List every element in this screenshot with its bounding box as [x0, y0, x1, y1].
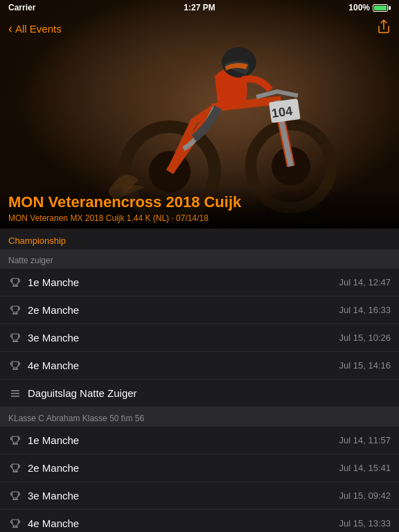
lines-icon	[10, 388, 21, 399]
event-subtitle: MON Veteranen MX 2018 Cuijk 1.44 K (NL) …	[8, 213, 391, 223]
item-label: 4e Manche	[28, 517, 334, 529]
battery-percent: 100%	[348, 3, 370, 12]
chevron-left-icon: ‹	[8, 22, 12, 35]
event-title: MON Veteranencross 2018 Cuijk	[8, 193, 391, 211]
item-icon	[8, 360, 22, 371]
svg-text:104: 104	[271, 104, 294, 121]
item-date: Jul 14, 12:47	[339, 277, 391, 287]
trophy-icon	[10, 332, 21, 344]
item-label: 1e Manche	[28, 276, 334, 288]
item-date: Jul 15, 13:33	[339, 518, 391, 529]
item-icon	[8, 332, 22, 344]
list-item[interactable]: 1e Manche Jul 14, 12:47	[0, 269, 399, 296]
list-item[interactable]: 4e Manche Jul 15, 13:33	[0, 510, 399, 532]
list-item[interactable]: 3e Manche Jul 15, 09:42	[0, 482, 399, 510]
item-icon	[8, 277, 22, 288]
item-label: Daguitslag Natte Zuiger	[28, 387, 391, 399]
list-item[interactable]: 2e Manche Jul 14, 15:41	[0, 454, 399, 482]
trophy-icon	[10, 490, 21, 502]
trophy-icon	[10, 463, 21, 474]
list-item[interactable]: 4e Manche Jul 15, 14:16	[0, 352, 399, 380]
trophy-icon	[10, 305, 21, 316]
item-icon	[8, 490, 22, 502]
content-list: ChampionshipNatte zuiger 1e Manche Jul 1…	[0, 229, 399, 532]
item-date: Jul 14, 11:57	[339, 435, 391, 445]
trophy-icon	[10, 435, 21, 446]
category-name: Natte zuiger	[8, 256, 53, 265]
item-label: 2e Manche	[28, 304, 334, 316]
list-item[interactable]: Daguitslag Natte Zuiger	[0, 380, 399, 407]
status-right: 100%	[348, 3, 391, 12]
list-item[interactable]: 2e Manche Jul 14, 16:33	[0, 296, 399, 324]
trophy-icon	[10, 360, 21, 371]
item-icon	[8, 463, 22, 474]
trophy-icon	[10, 518, 21, 529]
event-title-overlay: MON Veteranencross 2018 Cuijk MON Vetera…	[0, 186, 399, 229]
item-icon	[8, 305, 22, 316]
share-icon	[377, 19, 391, 35]
item-label: 4e Manche	[28, 360, 334, 371]
item-icon	[8, 435, 22, 446]
item-date: Jul 14, 15:41	[339, 463, 391, 473]
item-date: Jul 15, 10:26	[339, 332, 391, 343]
section-header-championship: Championship	[0, 229, 399, 249]
battery-icon	[373, 4, 391, 12]
item-icon	[8, 518, 22, 529]
nav-bar: ‹ All Events	[0, 15, 399, 42]
item-date: Jul 14, 16:33	[339, 305, 391, 315]
back-button[interactable]: ‹ All Events	[8, 23, 62, 35]
category-name: KLasse C Abraham Klasse 50 t\m 56	[8, 414, 144, 423]
item-label: 2e Manche	[28, 462, 334, 474]
category-header-klasse-c: KLasse C Abraham Klasse 50 t\m 56	[0, 407, 399, 427]
item-label: 1e Manche	[28, 434, 334, 446]
list-item[interactable]: 1e Manche Jul 14, 11:57	[0, 427, 399, 454]
section-header-text: Championship	[8, 236, 66, 246]
item-date: Jul 15, 14:16	[339, 360, 391, 371]
time-label: 1:27 PM	[184, 3, 215, 12]
category-header-natte-zuiger: Natte zuiger	[0, 249, 399, 269]
item-icon	[8, 388, 22, 399]
back-label: All Events	[15, 23, 62, 35]
carrier-label: Carrier	[8, 3, 35, 12]
share-button[interactable]	[377, 19, 391, 38]
status-bar: Carrier 1:27 PM 100%	[0, 0, 399, 15]
item-label: 3e Manche	[28, 490, 334, 502]
item-label: 3e Manche	[28, 332, 334, 344]
trophy-icon	[10, 277, 21, 288]
list-item[interactable]: 3e Manche Jul 15, 10:26	[0, 324, 399, 352]
item-date: Jul 15, 09:42	[339, 490, 391, 501]
